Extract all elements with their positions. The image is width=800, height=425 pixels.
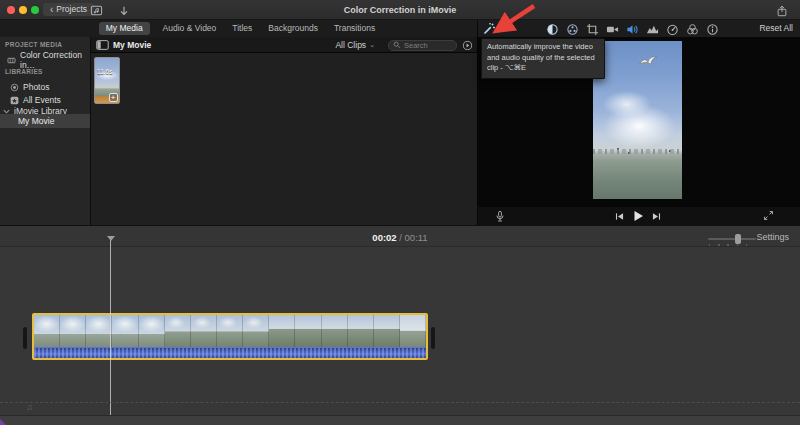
- project-media-header: PROJECT MEDIA: [5, 41, 62, 48]
- adjust-icons-group: [545, 22, 719, 36]
- filmstrip-frame: [243, 315, 269, 347]
- clip-filmstrip: [34, 315, 426, 347]
- crop-icon[interactable]: [585, 22, 599, 36]
- sidebar-item-project[interactable]: Color Correction in…: [7, 54, 90, 66]
- browser-options-icon[interactable]: [462, 40, 473, 51]
- imovie-window: ‹ Projects Color Correction in iMovie My…: [0, 0, 800, 425]
- back-chevron-icon: ‹: [50, 4, 53, 15]
- seagull-image: [639, 55, 659, 67]
- enhance-wand-icon[interactable]: [482, 22, 496, 36]
- media-browser-panel: My Movie All Clips ⌄ 11.6s +: [91, 37, 477, 225]
- slider-thumb[interactable]: [735, 234, 741, 244]
- search-input[interactable]: [404, 41, 452, 50]
- tab-my-media[interactable]: My Media: [99, 22, 150, 35]
- music-note-icon: ♫: [26, 402, 33, 412]
- film-clip-icon: [7, 56, 16, 65]
- time-display: 00:02 / 00:11: [0, 232, 800, 243]
- timeline-clip-selected[interactable]: [32, 313, 428, 360]
- transport-controls: [612, 209, 664, 223]
- media-browser-icon[interactable]: [90, 4, 103, 17]
- city-skyline: [593, 149, 682, 154]
- sidebar-item-project-label: Color Correction in…: [20, 50, 90, 70]
- speed-icon[interactable]: [665, 22, 679, 36]
- filmstrip-frame: [374, 315, 400, 347]
- noise-reduction-icon[interactable]: [645, 22, 659, 36]
- browser-title: My Movie: [113, 40, 151, 50]
- clip-audio-waveform: [34, 347, 426, 358]
- filmstrip-frame: [295, 315, 321, 347]
- info-icon[interactable]: [705, 22, 719, 36]
- time-separator: /: [399, 232, 402, 243]
- share-icon[interactable]: [775, 4, 788, 17]
- voiceover-mic-icon[interactable]: [493, 209, 507, 223]
- add-to-timeline-button[interactable]: +: [109, 93, 118, 102]
- volume-icon[interactable]: [625, 22, 639, 36]
- media-tab-bar: My Media Audio & Video Titles Background…: [0, 20, 477, 37]
- tab-audio-video[interactable]: Audio & Video: [160, 22, 220, 35]
- close-window-button[interactable]: [7, 6, 15, 14]
- trim-handle-left[interactable]: [23, 327, 27, 349]
- sidebar-item-my-movie[interactable]: My Movie: [0, 114, 90, 128]
- photos-icon: [10, 83, 19, 92]
- next-frame-button[interactable]: [651, 211, 662, 222]
- current-time: 00:02: [372, 232, 396, 243]
- filmstrip-frame: [86, 315, 112, 347]
- filmstrip-frame: [217, 315, 243, 347]
- total-time: 00:11: [405, 232, 428, 243]
- previous-frame-button[interactable]: [614, 211, 625, 222]
- play-button[interactable]: [631, 209, 645, 223]
- filmstrip-frame: [139, 315, 165, 347]
- playhead-marker-icon[interactable]: [107, 236, 115, 241]
- filmstrip-frame: [165, 315, 191, 347]
- audio-lane-divider: [0, 402, 800, 403]
- tab-titles[interactable]: Titles: [229, 22, 255, 35]
- fullscreen-window-button[interactable]: [31, 6, 39, 14]
- stabilization-icon[interactable]: [605, 22, 619, 36]
- slider-track[interactable]: [708, 238, 756, 240]
- slider-ticks: [709, 244, 755, 246]
- browser-clip-thumbnail[interactable]: 11.6s +: [94, 57, 120, 104]
- timeline-zoom-slider[interactable]: [708, 235, 756, 245]
- search-icon: [393, 41, 401, 49]
- sidebar-toggle-icon[interactable]: [96, 40, 109, 50]
- corner-artifact: [0, 419, 6, 425]
- filmstrip-frame: [269, 315, 295, 347]
- color-balance-icon[interactable]: [545, 22, 559, 36]
- video-preview: [593, 41, 682, 199]
- all-clips-dropdown[interactable]: All Clips ⌄: [335, 40, 375, 50]
- clip-duration-badge: 11.6s: [97, 68, 112, 75]
- sidebar-item-photos[interactable]: Photos: [10, 81, 49, 93]
- libraries-sidebar: PROJECT MEDIA Color Correction in… LIBRA…: [0, 37, 90, 225]
- timeline-toolbar: 00:02 / 00:11 Settings: [0, 225, 800, 247]
- import-arrow-icon[interactable]: [117, 4, 130, 17]
- filmstrip-frame: [348, 315, 374, 347]
- filmstrip-frame: [322, 315, 348, 347]
- window-bottom-edge: [0, 415, 800, 425]
- tab-backgrounds[interactable]: Backgrounds: [265, 22, 321, 35]
- enhance-tooltip: Automatically improve the video and audi…: [481, 38, 605, 79]
- browser-header: My Movie All Clips ⌄: [91, 37, 477, 53]
- minimize-window-button[interactable]: [19, 6, 27, 14]
- titlebar: ‹ Projects Color Correction in iMovie: [0, 0, 800, 20]
- color-correction-icon[interactable]: [565, 22, 579, 36]
- sidebar-item-all-events-label: All Events: [23, 95, 61, 105]
- search-field: [388, 40, 457, 51]
- back-to-projects-button[interactable]: ‹ Projects: [43, 3, 94, 16]
- filmstrip-frame: [34, 315, 60, 347]
- tab-transitions[interactable]: Transitions: [331, 22, 378, 35]
- viewer-controls: [478, 207, 800, 225]
- libraries-header: LIBRARIES: [5, 68, 43, 75]
- filmstrip-frame: [112, 315, 138, 347]
- clip-filter-icon[interactable]: [685, 22, 699, 36]
- settings-button[interactable]: Settings: [756, 232, 789, 242]
- filmstrip-frame: [400, 315, 426, 347]
- filmstrip-frame: [60, 315, 86, 347]
- filmstrip-frame: [191, 315, 217, 347]
- projects-label: Projects: [56, 3, 87, 16]
- reset-all-button[interactable]: Reset All: [759, 23, 793, 33]
- star-square-icon: [10, 96, 19, 105]
- trim-handle-right[interactable]: [431, 327, 435, 349]
- chevron-down-icon: ⌄: [369, 41, 375, 49]
- fullscreen-icon[interactable]: [762, 209, 775, 222]
- playhead[interactable]: [110, 237, 111, 415]
